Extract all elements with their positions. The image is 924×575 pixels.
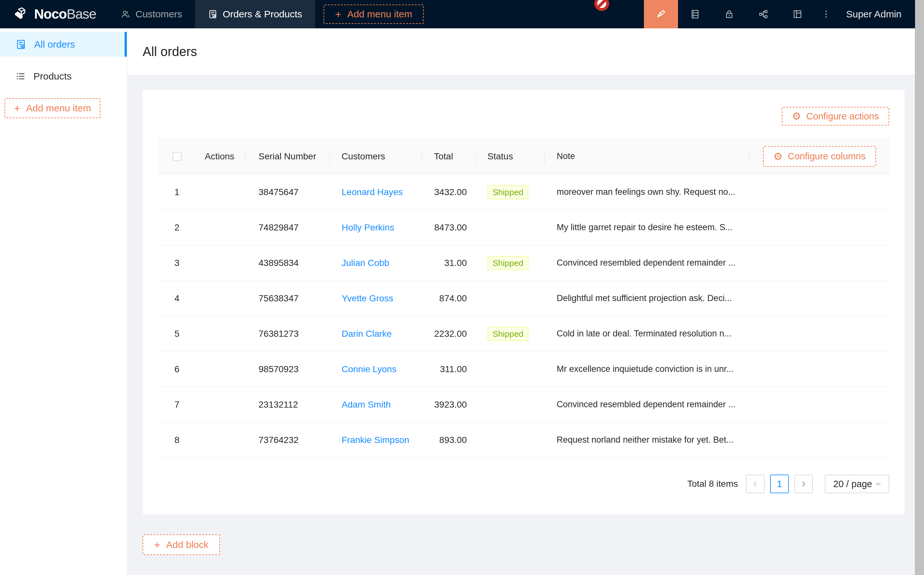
- table-body: 138475647Leonard Hayes3432.00Shippedmore…: [158, 175, 889, 458]
- header-total: Total: [422, 138, 476, 174]
- more-actions-button[interactable]: [814, 0, 838, 28]
- actions-cell: [196, 175, 246, 210]
- customer-link[interactable]: Holly Perkins: [341, 222, 394, 233]
- content-area: ⚙ Configure actions Actions Serial Numbe…: [127, 75, 915, 555]
- customer-link[interactable]: Frankie Simpson: [341, 435, 409, 445]
- customer-cell: Darin Clarke: [330, 316, 422, 351]
- app-logo[interactable]: NocoBase: [0, 0, 108, 28]
- status-cell: [476, 351, 545, 387]
- customer-link[interactable]: Connie Lyons: [341, 364, 396, 375]
- page-header: All orders: [127, 28, 915, 75]
- customer-cell: Connie Lyons: [330, 351, 422, 387]
- top-navbar: NocoBase Customers Orders & Products + A…: [0, 0, 915, 28]
- serial-number-cell: 76381273: [246, 316, 330, 351]
- customer-cell: Julian Cobb: [330, 245, 422, 280]
- row-index-cell: 2: [158, 210, 196, 245]
- status-tag: Shipped: [487, 256, 528, 270]
- permissions-button[interactable]: [712, 0, 746, 28]
- customer-link[interactable]: Leonard Hayes: [341, 187, 403, 197]
- table-toolbar: ⚙ Configure actions: [158, 107, 889, 125]
- highlighter-icon: [656, 9, 667, 20]
- sidebar-item-all-orders[interactable]: All orders: [0, 32, 127, 57]
- app-root: NocoBase Customers Orders & Products + A…: [0, 0, 924, 575]
- header-status: Status: [476, 138, 545, 174]
- user-menu[interactable]: Super Admin: [838, 0, 915, 28]
- main-content: All orders ⚙ Configure actions Actions: [127, 28, 915, 575]
- customer-cell: Yvette Gross: [330, 281, 422, 316]
- customers-icon: [121, 10, 130, 19]
- ui-editor-toggle-button[interactable]: [644, 0, 678, 28]
- plus-icon: +: [14, 103, 20, 114]
- chevron-down-icon: [875, 480, 882, 488]
- total-cell: 874.00: [422, 281, 476, 316]
- add-block-button[interactable]: + Add block: [143, 534, 220, 555]
- sidebar-add-menu-item-button[interactable]: + Add menu item: [5, 98, 100, 118]
- pagination-total: Total 8 items: [687, 479, 738, 489]
- database-manager-button[interactable]: [678, 0, 712, 28]
- configure-columns-spacer-cell: [750, 210, 889, 245]
- logo-text-bold: Noco: [34, 6, 67, 22]
- nav-tab-label: Orders & Products: [223, 9, 302, 20]
- pagination: Total 8 items 1 20 / page: [158, 475, 889, 493]
- note-cell: Delightful met sufficient projection ask…: [545, 281, 750, 316]
- customer-link[interactable]: Julian Cobb: [341, 258, 389, 268]
- table-row: 698570923Connie Lyons311.00Mr excellence…: [158, 351, 889, 387]
- configure-columns-spacer-cell: [750, 281, 889, 316]
- layout-icon: [792, 9, 803, 19]
- sidebar-item-label: All orders: [34, 39, 75, 50]
- configure-columns-spacer-cell: [750, 351, 889, 387]
- customer-link[interactable]: Yvette Gross: [341, 293, 393, 303]
- plus-icon: +: [154, 539, 160, 550]
- workflow-button[interactable]: [746, 0, 780, 28]
- plus-icon: +: [335, 9, 341, 20]
- list-icon: [16, 71, 26, 81]
- vertical-scrollbar[interactable]: [915, 0, 924, 575]
- sidebar-item-label: Products: [33, 71, 71, 82]
- configure-actions-button[interactable]: ⚙ Configure actions: [782, 107, 889, 125]
- configure-columns-spacer-cell: [750, 316, 889, 351]
- pagination-prev-button[interactable]: [746, 475, 765, 493]
- customer-link[interactable]: Adam Smith: [341, 400, 391, 410]
- configure-columns-spacer-cell: [750, 245, 889, 280]
- note-cell: Mr excellence inquietude conviction is i…: [545, 351, 750, 387]
- total-cell: 3923.00: [422, 387, 476, 422]
- header-customers: Customers: [330, 138, 422, 174]
- customer-cell: Frankie Simpson: [330, 423, 422, 457]
- navbar-add-menu-item-button[interactable]: + Add menu item: [324, 5, 424, 24]
- pagination-next-button[interactable]: [794, 475, 813, 493]
- table-row: 576381273Darin Clarke2232.00ShippedCold …: [158, 316, 889, 351]
- serial-number-cell: 73764232: [246, 423, 330, 457]
- configure-columns-button[interactable]: ⚙ Configure columns: [763, 146, 876, 167]
- customer-link[interactable]: Darin Clarke: [341, 329, 392, 339]
- page-size-select[interactable]: 20 / page: [825, 475, 889, 493]
- chevron-left-icon: [752, 480, 759, 488]
- table-row: 723132112Adam Smith3923.00Convinced rese…: [158, 387, 889, 423]
- total-cell: 893.00: [422, 423, 476, 457]
- total-cell: 3432.00: [422, 175, 476, 210]
- status-cell: [476, 210, 545, 245]
- sidebar-item-products[interactable]: Products: [0, 64, 127, 89]
- row-index-cell: 3: [158, 245, 196, 280]
- nav-tab-customers[interactable]: Customers: [108, 0, 195, 28]
- header-configure-columns-cell: ⚙ Configure columns: [750, 138, 889, 174]
- chevron-right-icon: [800, 480, 807, 488]
- nav-tab-label: Customers: [135, 9, 182, 20]
- layout-button[interactable]: [780, 0, 814, 28]
- sidebar: All orders Products + Add menu item: [0, 28, 127, 575]
- select-all-checkbox[interactable]: [173, 152, 182, 161]
- configure-columns-spacer-cell: [750, 423, 889, 457]
- pagination-page-1-button[interactable]: 1: [770, 475, 789, 493]
- ellipsis-vertical-icon: [821, 10, 831, 19]
- serial-number-cell: 74829847: [246, 210, 330, 245]
- note-cell: Convinced resembled dependent remainder …: [545, 387, 750, 422]
- all-orders-doc-check-icon: [16, 39, 26, 50]
- actions-cell: [196, 210, 246, 245]
- total-cell: 311.00: [422, 351, 476, 387]
- serial-number-cell: 23132112: [246, 387, 330, 422]
- status-cell: [476, 387, 545, 422]
- status-tag: Shipped: [487, 185, 528, 199]
- row-index-cell: 8: [158, 423, 196, 457]
- nav-tab-orders-products[interactable]: Orders & Products: [195, 0, 315, 28]
- database-icon: [690, 9, 700, 19]
- header-serial-number: Serial Number: [246, 138, 330, 174]
